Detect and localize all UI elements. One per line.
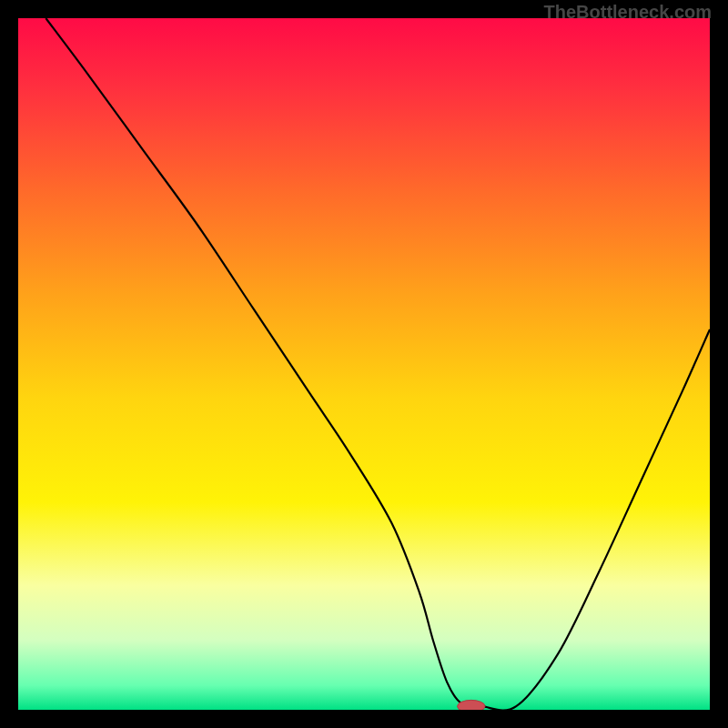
plot-area [18,18,710,710]
optimal-point-marker [458,700,485,710]
chart-frame: TheBottleneck.com [0,0,728,728]
watermark-text: TheBottleneck.com [544,2,712,23]
bottleneck-chart [18,18,710,710]
